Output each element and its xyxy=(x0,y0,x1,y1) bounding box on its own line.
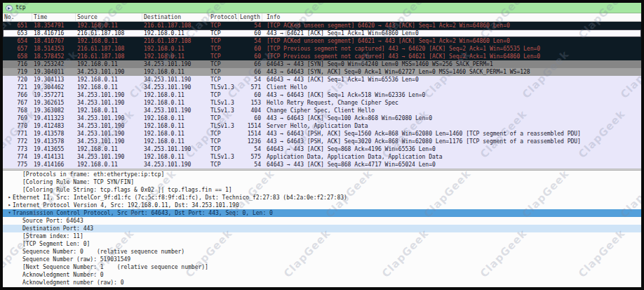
packet-cell-no: 651 xyxy=(3,22,32,29)
detail-text: Internet Protocol Version 4, Src: 192.16… xyxy=(13,202,239,209)
packet-cell-dst: 192.168.0.11 xyxy=(142,122,209,130)
packet-cell-proto: TLSv1.3 xyxy=(209,84,239,91)
packet-cell-proto: TCP xyxy=(209,60,239,68)
detail-row-6[interactable]: Source Port: 64643 xyxy=(3,217,641,225)
packet-cell-src: 34.253.101.190 xyxy=(76,130,142,138)
packet-row-654[interactable]: 65418.416767192.168.0.11216.61.187.108TC… xyxy=(3,37,641,45)
packet-cell-info: Client Hello xyxy=(262,84,641,91)
packet-cell-time: 18.416767 xyxy=(32,37,76,45)
packet-cell-src: 192.168.0.11 xyxy=(76,161,142,169)
packet-cell-proto: TLSv1.3 xyxy=(209,107,239,114)
packet-row-658[interactable]: 65818.578452216.61.187.108192.168.0.11TC… xyxy=(3,53,641,60)
detail-text: Ethernet II, Src: IntelCor_9f:d1:fc (7c:… xyxy=(13,194,347,202)
packet-cell-src: 34.253.101.190 xyxy=(76,91,142,99)
packet-cell-no: 716 xyxy=(3,60,32,68)
packet-cell-no: 721 xyxy=(3,84,32,91)
packet-cell-len: 571 xyxy=(239,84,262,91)
column-header-length[interactable]: Length xyxy=(239,13,262,21)
packet-cell-info: 443 → 64621 [ACK] Seq=1 Ack=1 Win=64860 … xyxy=(262,29,641,37)
packet-row-720[interactable]: 72019.304113192.168.0.1134.253.101.190TC… xyxy=(3,76,641,84)
column-header-source[interactable]: Source xyxy=(76,13,142,21)
detail-row-11[interactable]: Sequence Number (raw): 519031549 xyxy=(3,256,641,263)
detail-text: Acknowledgment number (raw): 0 xyxy=(22,279,124,286)
packet-cell-proto: TCP xyxy=(209,76,239,84)
column-header-destination[interactable]: Destination xyxy=(142,13,209,21)
packet-cell-time: 18.354791 xyxy=(32,22,76,29)
detail-row-1[interactable]: [Coloring Rule Name: TCP SYN/FIN] xyxy=(3,178,641,186)
packet-cell-time: 19.304462 xyxy=(32,84,76,91)
packet-cell-proto: TLSv1.3 xyxy=(209,99,239,107)
packet-cell-time: 19.363082 xyxy=(32,107,76,114)
packet-cell-len: 1514 xyxy=(239,130,262,138)
packet-cell-src: 216.61.187.108 xyxy=(76,45,142,53)
packet-row-769[interactable]: 76919.41132334.253.101.190192.168.0.11TC… xyxy=(3,114,641,122)
packet-row-653[interactable]: 65318.416716216.61.187.108192.168.0.11TC… xyxy=(3,29,641,37)
detail-row-13[interactable]: Acknowledgment Number: 0 xyxy=(3,271,641,279)
packet-row-721[interactable]: 72119.304462192.168.0.1134.253.101.190TL… xyxy=(3,84,641,91)
detail-row-8[interactable]: [Stream index: 11] xyxy=(3,232,641,240)
packet-cell-proto: TCP xyxy=(209,138,239,145)
column-header-protocol[interactable]: Protocol xyxy=(209,13,239,21)
display-filter-bar[interactable]: tcp xyxy=(3,3,641,13)
packet-cell-len: 60 xyxy=(239,45,262,53)
detail-row-0[interactable]: [Protocols in frame: eth:ethertype:ip:tc… xyxy=(3,171,641,178)
packet-cell-no: 773 xyxy=(3,145,32,153)
packet-row-772[interactable]: 77219.41357834.253.101.190192.168.0.11TC… xyxy=(3,138,641,145)
packet-row-768[interactable]: 76819.363082192.168.0.1134.253.101.190TL… xyxy=(3,107,641,114)
detail-row-2[interactable]: [Coloring Rule String: tcp.flags & 0x02 … xyxy=(3,186,641,194)
packet-cell-time: 18.578452 xyxy=(32,53,76,60)
column-header-no[interactable]: No. xyxy=(3,13,32,21)
packet-row-657[interactable]: 65718.514353216.61.187.108192.168.0.11TC… xyxy=(3,45,641,53)
packet-cell-src: 192.168.0.11 xyxy=(76,107,142,114)
packet-cell-len: 153 xyxy=(239,99,262,107)
packet-cell-dst: 216.61.187.108 xyxy=(142,37,209,45)
filter-bookmark-icon[interactable] xyxy=(6,5,13,11)
display-filter-input[interactable]: tcp xyxy=(15,3,25,13)
collapsed-expander-icon[interactable]: ▸ xyxy=(6,202,13,209)
packet-cell-time: 19.411323 xyxy=(32,114,76,122)
packet-cell-time: 19.412483 xyxy=(32,122,76,130)
packet-cell-proto: TCP xyxy=(209,145,239,153)
packet-cell-src: 34.253.101.190 xyxy=(76,99,142,107)
packet-cell-time: 18.416716 xyxy=(32,29,76,37)
packet-cell-dst: 192.168.0.11 xyxy=(142,68,209,76)
detail-row-12[interactable]: [Next Sequence Number: 1 (relative seque… xyxy=(3,263,641,271)
packet-row-774[interactable]: 77419.41413134.253.101.190192.168.0.11TL… xyxy=(3,153,641,161)
packet-cell-info: 64643 → 443 [SYN] Seq=0 Win=64240 Len=0 … xyxy=(262,60,641,68)
packet-cell-dst: 192.168.0.11 xyxy=(142,45,209,53)
packet-row-770[interactable]: 77019.41248334.253.101.190192.168.0.11TL… xyxy=(3,122,641,130)
packet-row-716[interactable]: 71619.253242192.168.0.1134.253.101.190TC… xyxy=(3,60,641,68)
packet-row-773[interactable]: 77319.413655192.168.0.1134.253.101.190TC… xyxy=(3,145,641,153)
packet-cell-info: Server Hello, Application Data xyxy=(262,122,641,130)
detail-row-4[interactable]: ▸Internet Protocol Version 4, Src: 192.1… xyxy=(3,202,641,209)
packet-cell-info: 443 → 64643 [ACK] Seq=100 Ack=868 Win=62… xyxy=(262,114,641,122)
detail-row-14[interactable]: Acknowledgment number (raw): 0 xyxy=(3,279,641,286)
packet-cell-dst: 34.253.101.190 xyxy=(142,84,209,91)
detail-row-10[interactable]: Sequence Number: 0 (relative sequence nu… xyxy=(3,248,641,256)
packet-cell-proto: TCP xyxy=(209,53,239,60)
detail-row-3[interactable]: ▸Ethernet II, Src: IntelCor_9f:d1:fc (7c… xyxy=(3,194,641,202)
packet-cell-no: 658 xyxy=(3,53,32,60)
packet-row-771[interactable]: 77119.41357834.253.101.190192.168.0.11TC… xyxy=(3,130,641,138)
packet-row-766[interactable]: 76619.35727134.253.101.190192.168.0.11TC… xyxy=(3,91,641,99)
packet-row-775[interactable]: 77519.414166192.168.0.1134.253.101.190TC… xyxy=(3,161,641,169)
packet-cell-dst: 34.253.101.190 xyxy=(142,60,209,68)
packet-cell-proto: TLSv1.3 xyxy=(209,153,239,161)
packet-row-719[interactable]: 71919.30401134.253.101.190192.168.0.11TC… xyxy=(3,68,641,76)
column-header-info[interactable]: Info xyxy=(262,13,641,21)
packet-row-767[interactable]: 76719.36261534.253.101.190192.168.0.11TL… xyxy=(3,99,641,107)
packet-cell-dst: 216.61.187.108 xyxy=(142,22,209,29)
packet-row-651[interactable]: 65118.354791192.168.0.11216.61.187.108TC… xyxy=(3,22,641,29)
expanded-expander-icon[interactable]: ▾ xyxy=(6,209,13,217)
packet-cell-info: [TCP Previous segment not captured] 443 … xyxy=(262,45,641,53)
packet-cell-no: 772 xyxy=(3,138,32,145)
packet-detail-pane: [Protocols in frame: eth:ethertype:ip:tc… xyxy=(3,171,641,286)
detail-text: Acknowledgment Number: 0 xyxy=(22,271,104,279)
detail-row-9[interactable]: [TCP Segment Len: 0] xyxy=(3,240,641,248)
collapsed-expander-icon[interactable]: ▸ xyxy=(6,194,13,202)
detail-row-7[interactable]: Destination Port: 443 xyxy=(3,225,641,232)
column-header-time[interactable]: Time xyxy=(32,13,76,21)
packet-cell-len: 54 xyxy=(239,76,262,84)
detail-row-5[interactable]: ▾Transmission Control Protocol, Src Port… xyxy=(3,209,641,217)
detail-text: [Coloring Rule String: tcp.flags & 0x02 … xyxy=(22,186,232,194)
